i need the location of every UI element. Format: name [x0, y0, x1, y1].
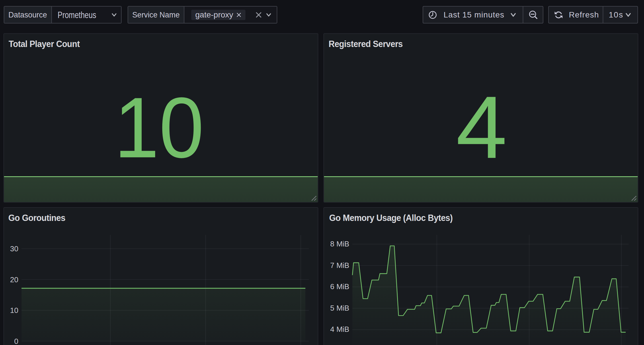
svg-text:8 MiB: 8 MiB	[330, 240, 349, 248]
svg-text:10: 10	[10, 306, 18, 315]
svg-text:6 MiB: 6 MiB	[330, 282, 349, 291]
svg-text:0: 0	[14, 337, 18, 345]
svg-text:7 MiB: 7 MiB	[330, 261, 349, 270]
svg-text:5 MiB: 5 MiB	[330, 304, 349, 312]
svg-text:30: 30	[10, 244, 18, 253]
svg-text:20: 20	[10, 275, 18, 284]
svg-text:4 MiB: 4 MiB	[330, 325, 349, 334]
